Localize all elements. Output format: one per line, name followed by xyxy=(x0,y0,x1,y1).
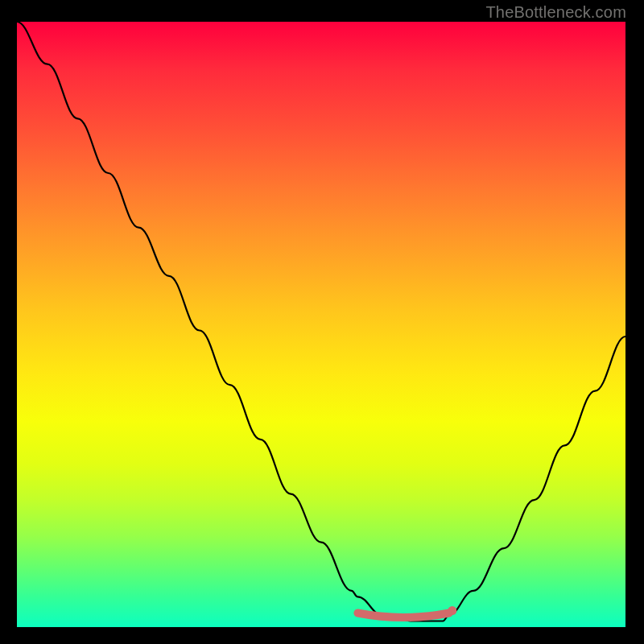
optimal-range-end-dot xyxy=(448,606,456,615)
bottleneck-chart xyxy=(17,22,625,627)
optimal-range-marker xyxy=(357,613,448,618)
bottleneck-curve-line xyxy=(17,22,625,621)
chart-frame: TheBottleneck.com xyxy=(0,0,644,644)
attribution-label: TheBottleneck.com xyxy=(485,3,626,22)
